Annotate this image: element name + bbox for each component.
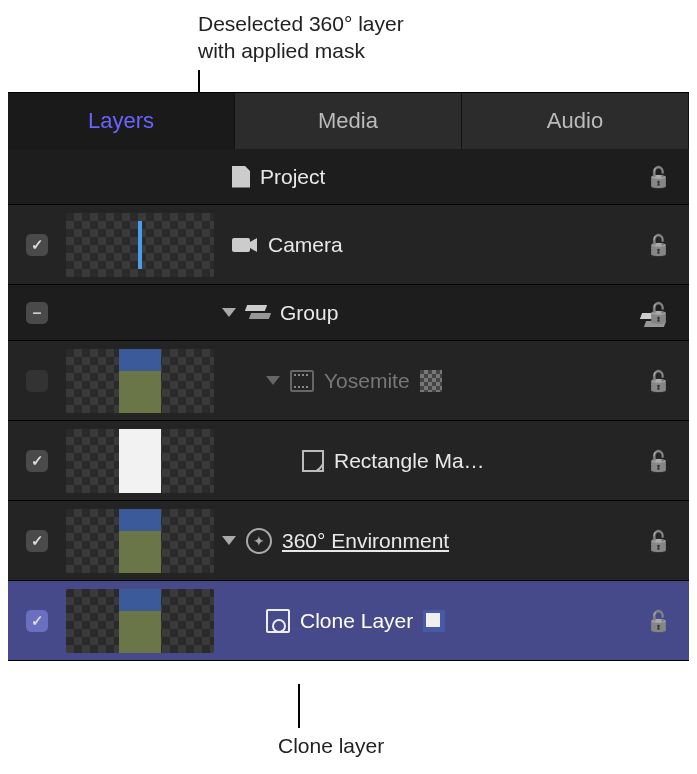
layers-panel: Layers Media Audio Project Camera [8,92,689,661]
row-camera[interactable]: Camera [8,205,689,285]
filmstrip-icon [290,370,314,392]
camera-thumbnail[interactable] [66,213,214,277]
disclosure-icon[interactable] [222,308,236,317]
rectmask-name: Rectangle Ma… [334,449,485,473]
rectmask-label-area: Rectangle Ma… [222,449,689,473]
lock-icon[interactable] [646,165,671,189]
disclosure-icon[interactable] [266,376,280,385]
env-checkbox[interactable] [26,530,48,552]
env-thumbnail[interactable] [66,509,214,573]
rectmask-checkbox[interactable] [26,450,48,472]
clone-name: Clone Layer [300,609,413,633]
lock-icon[interactable] [646,301,671,325]
lock-icon[interactable] [646,609,671,633]
camera-name: Camera [268,233,343,257]
clone-checkbox[interactable] [26,610,48,632]
row-project[interactable]: Project [8,149,689,205]
yosemite-label-area: Yosemite [222,369,689,393]
yosemite-checkbox[interactable] [26,370,48,392]
transparency-indicator-icon [420,370,442,392]
env-label-area: ✦ 360° Environment [222,528,689,554]
annotation-bottom: Clone layer [278,732,384,759]
tab-media[interactable]: Media [235,93,462,149]
project-name: Project [260,165,325,189]
group-name: Group [280,301,338,325]
row-yosemite[interactable]: Yosemite [8,341,689,421]
group-label-area: Group [222,301,689,325]
callout-line-bottom-v [298,684,300,728]
svg-rect-0 [232,238,250,252]
annotation-top: Deselected 360° layer with applied mask [198,10,404,65]
project-label-area: Project [222,165,689,189]
rectmask-thumbnail[interactable] [66,429,214,493]
camera-icon [232,236,258,254]
tab-layers[interactable]: Layers [8,93,235,149]
mask-icon [302,450,324,472]
tab-bar: Layers Media Audio [8,93,689,149]
clone-icon [266,609,290,633]
row-group[interactable]: Group [8,285,689,341]
clone-indicator-icon [423,610,445,632]
project-icon [232,166,250,188]
yosemite-thumbnail[interactable] [66,349,214,413]
lock-icon[interactable] [646,529,671,553]
group-icon [246,305,270,321]
row-360env[interactable]: ✦ 360° Environment [8,501,689,581]
360-icon: ✦ [246,528,272,554]
lock-icon[interactable] [646,449,671,473]
camera-checkbox[interactable] [26,234,48,256]
group-checkbox[interactable] [26,302,48,324]
row-clone-layer[interactable]: Clone Layer [8,581,689,661]
lock-icon[interactable] [646,233,671,257]
disclosure-icon[interactable] [222,536,236,545]
yosemite-name: Yosemite [324,369,410,393]
clone-thumbnail[interactable] [66,589,214,653]
camera-label-area: Camera [222,233,689,257]
lock-icon[interactable] [646,369,671,393]
clone-label-area: Clone Layer [222,609,689,633]
tab-audio[interactable]: Audio [462,93,689,149]
env-name: 360° Environment [282,529,449,553]
row-rectmask[interactable]: Rectangle Ma… [8,421,689,501]
